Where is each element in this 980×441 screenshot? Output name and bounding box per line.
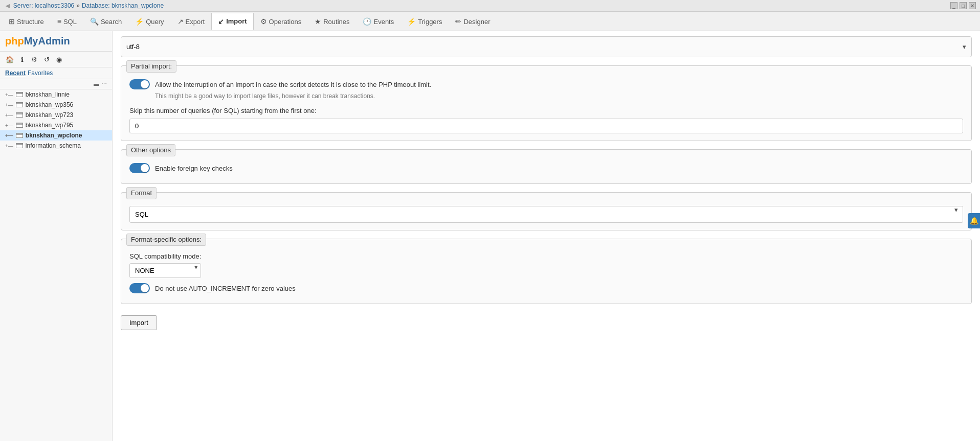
tab-events[interactable]: 🕐 Events (356, 13, 400, 30)
sidebar: phpMyAdmin 🏠 ℹ ⚙ ↺ ◉ Recent Favorites ▬ … (0, 31, 113, 441)
partial-import-toggle[interactable] (129, 79, 150, 89)
operations-icon: ⚙ (260, 17, 267, 26)
tab-query[interactable]: ⚡ Query (128, 13, 170, 30)
charset-section: utf-8 utf8mb4 latin1 ▾ (121, 36, 972, 57)
logo-text: phpMyAdmin (5, 35, 70, 47)
tab-bar: ⊞ Structure ≡ SQL 🔍 Search ⚡ Query ↗ Exp… (0, 12, 980, 31)
expand-icon: +— (5, 102, 13, 108)
tab-export-label: Export (186, 18, 205, 26)
search-icon: 🔍 (90, 17, 99, 26)
sql-icon: ≡ (57, 17, 61, 26)
toggle-knob (141, 80, 149, 88)
tab-query-label: Query (146, 18, 164, 26)
tab-triggers[interactable]: ⚡ Triggers (400, 13, 449, 30)
tab-routines[interactable]: ★ Routines (308, 13, 356, 30)
logo-php: php (5, 35, 24, 47)
collapse-all-icon[interactable]: ▬ (94, 81, 99, 87)
tab-events-label: Events (373, 18, 394, 26)
tab-import-label: Import (226, 17, 247, 25)
nav-back-arrow[interactable]: ◄ (4, 2, 11, 10)
partial-import-sublabel: This might be a good way to import large… (155, 92, 963, 100)
minimize-button[interactable]: _ (950, 2, 957, 9)
settings-icon[interactable]: ⚙ (30, 55, 39, 64)
other-options-section: Other options Enable foreign key checks (121, 149, 972, 184)
exit-icon[interactable]: ◉ (54, 55, 63, 64)
format-specific-title: Format-specific options: (126, 234, 206, 246)
logo-admin: Admin (38, 35, 70, 47)
sidebar-tab-favorites[interactable]: Favorites (28, 69, 53, 77)
db-item-wp723[interactable]: +— bknskhan_wp723 (0, 110, 112, 120)
partial-import-section: Partial import: Allow the interruption o… (121, 65, 972, 141)
export-icon: ↗ (177, 17, 184, 26)
db-name-information-schema: information_schema (26, 142, 81, 149)
main-layout: phpMyAdmin 🏠 ℹ ⚙ ↺ ◉ Recent Favorites ▬ … (0, 31, 980, 441)
breadcrumb-separator: » (76, 2, 80, 9)
db-item-information-schema[interactable]: +— information_schema (0, 141, 112, 151)
db-icon (15, 122, 24, 128)
compat-select-wrapper: NONE ANSI MYSQL323 MYSQL40 POSTGRESQL OR… (129, 263, 201, 278)
breadcrumb-server[interactable]: Server: localhost:3306 (13, 2, 74, 9)
toggle-knob (141, 284, 149, 292)
sidebar-controls: ▬ ⋯ (0, 79, 112, 89)
partial-import-body: Allow the interruption of an import in c… (121, 73, 971, 141)
format-select[interactable]: SQL CSV JSON XML (129, 206, 963, 223)
tab-export[interactable]: ↗ Export (171, 13, 212, 30)
routines-icon: ★ (315, 17, 321, 26)
expand-icon: +— (5, 112, 13, 118)
tab-structure-label: Structure (17, 18, 44, 26)
close-button[interactable]: ✕ (969, 2, 976, 9)
breadcrumb-database[interactable]: Database: bknskhan_wpclone (82, 2, 164, 9)
import-icon: ↙ (218, 17, 224, 26)
db-icon (15, 91, 24, 98)
tab-designer[interactable]: ✏ Designer (449, 13, 497, 30)
structure-icon: ⊞ (9, 17, 15, 26)
auto-increment-toggle[interactable] (129, 283, 150, 293)
refresh-icon[interactable]: ↺ (42, 55, 51, 64)
db-item-linnie[interactable]: +— bknskhan_linnie (0, 89, 112, 100)
tab-structure[interactable]: ⊞ Structure (2, 13, 51, 30)
tab-routines-label: Routines (323, 18, 349, 26)
expand-all-icon[interactable]: ⋯ (101, 81, 107, 87)
designer-icon: ✏ (455, 17, 461, 26)
sidebar-tab-recent[interactable]: Recent (5, 69, 26, 77)
db-item-wpclone[interactable]: +— bknskhan_wpclone (0, 130, 112, 141)
import-button[interactable]: Import (121, 315, 157, 330)
tab-operations-label: Operations (269, 18, 302, 26)
compat-mode-row: SQL compatibility mode: NONE ANSI MYSQL3… (129, 252, 963, 278)
charset-select[interactable]: utf-8 utf8mb4 latin1 (121, 39, 971, 55)
query-icon: ⚡ (135, 17, 144, 26)
db-icon (15, 143, 24, 149)
tab-sql[interactable]: ≡ SQL (51, 13, 83, 30)
format-title: Format (126, 187, 157, 199)
format-specific-body: SQL compatibility mode: NONE ANSI MYSQL3… (121, 246, 971, 304)
skip-queries-input[interactable] (129, 119, 963, 133)
home-icon[interactable]: 🏠 (5, 55, 14, 64)
tab-import[interactable]: ↙ Import (211, 13, 253, 30)
content-inner: utf-8 utf8mb4 latin1 ▾ Partial import: (113, 31, 980, 340)
format-body: SQL CSV JSON XML ▾ (121, 200, 971, 230)
notification-bell[interactable]: 🔔 (968, 213, 980, 228)
compat-label: SQL compatibility mode: (129, 252, 963, 260)
tab-search[interactable]: 🔍 Search (83, 13, 128, 30)
foreign-key-toggle-row: Enable foreign key checks (129, 163, 963, 173)
expand-icon: +— (5, 92, 13, 98)
maximize-button[interactable]: □ (960, 2, 967, 9)
toggle-knob (141, 164, 149, 172)
compat-select[interactable]: NONE ANSI MYSQL323 MYSQL40 POSTGRESQL OR… (129, 263, 201, 278)
triggers-icon: ⚡ (407, 17, 416, 26)
db-name-wp356: bknskhan_wp356 (26, 101, 73, 108)
db-item-wp356[interactable]: +— bknskhan_wp356 (0, 100, 112, 110)
charset-select-wrapper: utf-8 utf8mb4 latin1 ▾ (121, 39, 971, 55)
info-icon[interactable]: ℹ (17, 55, 27, 64)
format-section: Format SQL CSV JSON XML ▾ (121, 192, 972, 230)
foreign-key-toggle[interactable] (129, 163, 150, 173)
sidebar-icon-bar: 🏠 ℹ ⚙ ↺ ◉ (0, 52, 112, 67)
tab-designer-label: Designer (463, 18, 490, 26)
db-name-wp723: bknskhan_wp723 (26, 111, 73, 119)
db-item-wp795[interactable]: +— bknskhan_wp795 (0, 120, 112, 130)
bell-icon: 🔔 (970, 217, 978, 225)
partial-import-toggle-row: Allow the interruption of an import in c… (129, 79, 963, 89)
database-list: +— bknskhan_linnie +— bknskhan_wp356 +— … (0, 89, 112, 151)
tab-operations[interactable]: ⚙ Operations (254, 13, 308, 30)
events-icon: 🕐 (363, 17, 371, 26)
